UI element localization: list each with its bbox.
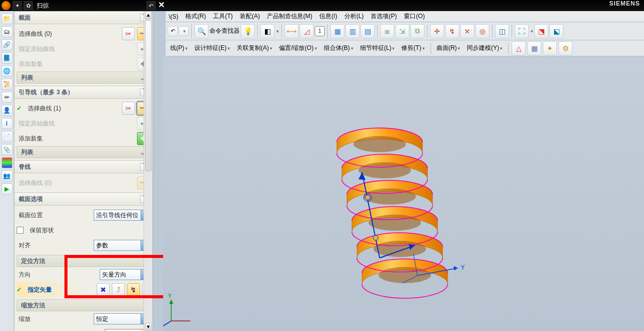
rb-clip-icon[interactable]: 📎 [2, 144, 13, 155]
star-folder-icon[interactable]: ✦ [543, 41, 557, 55]
rb-user-icon[interactable]: 👥 [2, 170, 13, 181]
wcs-a-icon[interactable]: ✛ [430, 24, 444, 38]
section-header-guides[interactable]: 引导线（最多 3 条） ˆ [14, 86, 153, 99]
scroll-up-button[interactable]: ▲ [145, 11, 152, 19]
list-header[interactable]: 列表 ⌄ [17, 72, 150, 84]
idea-icon[interactable]: 💡 [241, 24, 255, 38]
svg-line-20 [163, 321, 171, 326]
menu-tools[interactable]: 工具(T) [210, 11, 236, 22]
keep-shape-checkbox[interactable] [17, 227, 24, 234]
menu-assembly[interactable]: 装配(A) [237, 11, 263, 22]
section-title-options: 截面选项 [19, 195, 43, 204]
measure-1-icon[interactable]: 1 [315, 26, 325, 36]
settings-icon[interactable]: ✿ [24, 1, 33, 10]
wcs-c-icon[interactable]: ⤧ [460, 24, 474, 38]
misc-b-icon[interactable]: ⬕ [549, 24, 563, 38]
profile-pos-label: 截面位置 [17, 211, 92, 220]
undo-button[interactable]: ↶ [168, 26, 178, 36]
intent-rule-button[interactable]: ✂ [122, 27, 135, 40]
rb-role-icon[interactable]: 👤 [2, 105, 13, 116]
layer-stack-icon[interactable]: ≣ [380, 24, 394, 38]
gear-group-icon[interactable]: ⚙ [558, 41, 573, 55]
layer-icon[interactable]: ◧ [260, 24, 274, 38]
list-header-2[interactable]: 列表 ⌄ [17, 146, 150, 158]
orient-icon[interactable]: ⛶ [515, 24, 529, 38]
dd-assoc-copy[interactable]: 关联复制(A)▾ [234, 42, 275, 54]
profile-pos-select[interactable]: 沿引导线任何位 ▼ [94, 210, 150, 221]
section-header-profile[interactable]: 截面 ˆ [14, 11, 153, 24]
dd-offset-scale[interactable]: 偏置/缩放(O)▾ [276, 42, 320, 54]
scroll-thumb[interactable] [145, 20, 152, 171]
rb-part-navigator-icon[interactable]: 📁 [2, 13, 13, 24]
menu-info[interactable]: 信息(I) [316, 11, 340, 22]
datum-icon[interactable]: ◫ [495, 24, 509, 38]
rb-color-icon[interactable] [2, 157, 13, 168]
wcs-b-icon[interactable]: ↯ [445, 24, 459, 38]
graphics-viewport[interactable]: Y Y [163, 56, 644, 331]
orient-method-label: 定位方法 [21, 257, 45, 266]
specify-vector-label[interactable]: 指定矢量 [26, 286, 95, 294]
reverse-vector-button[interactable]: ✖ [97, 283, 110, 296]
dd-curve[interactable]: 线(P)▾ [168, 42, 190, 54]
dd-surface[interactable]: 曲面(R)▾ [434, 42, 463, 54]
section-header-spine[interactable]: 脊线 ˆ [14, 160, 153, 173]
command-finder-icon[interactable]: 🔍 [194, 24, 208, 38]
specify-orig-curve-label: 指定原始曲线 [17, 45, 135, 53]
scale-method-header[interactable]: 缩放方法 ˆ [17, 299, 150, 311]
inferred-vector-button[interactable]: ↯ [127, 283, 140, 296]
check-icon: ✓ [17, 286, 22, 293]
dd-trim[interactable]: 修剪(T)▾ [399, 42, 427, 54]
shape-tri-icon[interactable]: △ [512, 41, 526, 55]
menu-analysis[interactable]: 分析(L) [341, 11, 367, 22]
undo-dropdown[interactable]: ▾ [179, 26, 189, 36]
rb-history-icon[interactable]: 📜 [2, 79, 13, 90]
menu-prefs[interactable]: 首选项(P) [368, 11, 400, 22]
measure-dist-icon[interactable]: ⟷ [284, 24, 299, 38]
measure-angle-icon[interactable]: ◿ [300, 24, 314, 38]
dd-sync-model[interactable]: 同步建模(Y)▾ [464, 42, 505, 54]
rb-sheet-icon[interactable]: 📄 [2, 131, 13, 142]
toolbar-insert: 线(P)▾ 设计特征(E)▾ 关联复制(A)▾ 偏置/缩放(O)▾ 组合体(B)… [166, 40, 644, 56]
svg-line-15 [413, 254, 417, 276]
close-icon[interactable]: ✕ [157, 0, 166, 11]
box-b-icon[interactable]: ▥ [345, 24, 360, 38]
box-a-icon[interactable]: ▦ [330, 24, 344, 38]
rb-hdweb-icon[interactable]: 🌐 [2, 65, 13, 77]
layer-move-icon[interactable]: ⇲ [395, 24, 409, 38]
orientation-triad[interactable]: Y [412, 248, 473, 290]
pin-icon[interactable]: ✦ [13, 1, 22, 10]
scale-select[interactable]: 恒定 ▼ [94, 313, 150, 324]
add-new-set-2-label[interactable]: 添加新集 [17, 135, 135, 143]
rb-info-icon[interactable]: i [2, 118, 13, 129]
intent-rule-button-2[interactable]: ✂ [122, 102, 135, 115]
vector-dialog-button[interactable]: ⤴ [112, 283, 125, 296]
menu-s[interactable]: \(S) [166, 12, 181, 21]
box-c-icon[interactable]: ▤ [361, 24, 375, 38]
orient-method-header[interactable]: 定位方法 ˆ [17, 255, 150, 267]
misc-a-icon[interactable]: ⬔ [534, 24, 548, 38]
layer-sel-icon[interactable]: ⧉ [410, 24, 424, 38]
menu-window[interactable]: 窗口(O) [401, 11, 427, 22]
undo-icon[interactable]: ↶ [147, 1, 156, 10]
rb-reuse-icon[interactable]: 📘 [2, 52, 13, 63]
dd-detail-feature[interactable]: 细节特征(L)▾ [357, 42, 398, 54]
table-icon[interactable]: ▦ [527, 41, 541, 55]
menu-pmi[interactable]: 产品制造信息(M) [264, 11, 315, 22]
rb-play-icon[interactable]: ▶ [2, 183, 13, 194]
axis-y-label: Y [461, 264, 465, 271]
wcs-d-icon[interactable]: ◎ [475, 24, 489, 38]
rb-sketch-icon[interactable]: ✏ [2, 92, 13, 103]
menu-format[interactable]: 格式(R) [182, 11, 209, 22]
dd-design-feature[interactable]: 设计特征(E)▾ [192, 42, 233, 54]
select-curve-1-label[interactable]: 选择曲线 (1) [26, 104, 120, 113]
scroll-down-button[interactable]: ▼ [145, 323, 152, 331]
align-select[interactable]: 参数 ▼ [94, 240, 150, 251]
dialog-scrollbar[interactable]: ▲ ▼ [144, 11, 153, 331]
direction-select[interactable]: 矢量方向 ▼ [100, 269, 150, 280]
section-header-options[interactable]: 截面选项 ˆ [14, 192, 153, 206]
dd-combine[interactable]: 组合体(B)▾ [321, 42, 356, 54]
select-curve-0-label[interactable]: 选择曲线 (0) [17, 30, 120, 38]
rb-constraint-icon[interactable]: 🔗 [2, 39, 13, 50]
rb-asm-navigator-icon[interactable]: 🗂 [2, 26, 13, 37]
svg-marker-18 [169, 300, 173, 304]
